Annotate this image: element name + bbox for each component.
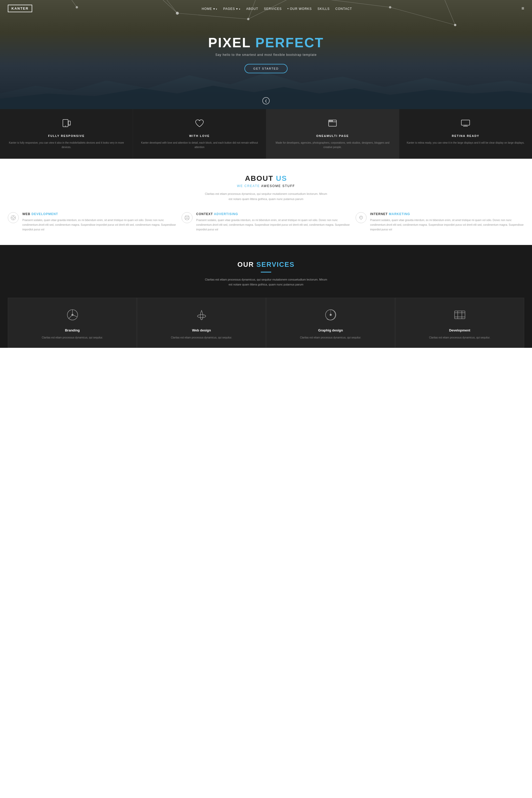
branding-title: Branding (13, 328, 131, 332)
marketing-icon (356, 212, 366, 223)
service-card-development: Development Claritas est etiam processus… (395, 298, 524, 348)
service-card-webdesign: Web design Claritas est etiam processus … (137, 298, 266, 348)
advertising-title: CONTEXT ADVERTISING (196, 212, 350, 216)
scroll-down-arrow[interactable]: ❮ (262, 97, 270, 104)
svg-point-46 (329, 120, 330, 121)
about-subtitle-part2: AWESOME STUFF (261, 184, 295, 188)
advertising-content: CONTEXT ADVERTISING Praesent sodales, qu… (196, 212, 350, 232)
nav-item-about[interactable]: ABOUT (246, 6, 258, 11)
svg-point-53 (12, 217, 14, 219)
about-features-list: WEB DEVELOPMENT Praesent sodales, quam v… (8, 212, 524, 232)
feature-title-retina: RETINA READY (405, 134, 526, 137)
marketing-content: INTERNET MARKETING Praesent sodales, qua… (370, 212, 524, 232)
services-content: OUR SERVICES Claritas est etiam processu… (8, 261, 524, 348)
svg-point-15 (454, 24, 456, 26)
services-title: OUR SERVICES (8, 261, 524, 269)
graphicdesign-title: Graphig design (271, 328, 390, 332)
nav-item-contact[interactable]: CONTACT (335, 6, 352, 11)
svg-point-12 (247, 18, 249, 20)
nav-item-services[interactable]: SERVICES (264, 6, 282, 11)
hamburger-icon[interactable]: ≡ (521, 6, 524, 11)
svg-point-66 (330, 314, 331, 316)
feature-desc-retina: Kanter is retina ready, you can view it … (405, 140, 526, 145)
branding-desc: Claritas est etiam processus dynamicus, … (13, 335, 131, 340)
about-subtitle: WE CREATE AWESOME STUFF (8, 184, 524, 188)
nav-item-home[interactable]: HOME ▾ (202, 6, 217, 11)
about-feature-web-dev: WEB DEVELOPMENT Praesent sodales, quam v… (8, 212, 176, 232)
feature-title-love: WITH LOVE (139, 134, 260, 137)
web-dev-title: WEB DEVELOPMENT (22, 212, 176, 216)
services-title-part1: OUR (238, 261, 256, 268)
services-title-part2: SERVICES (256, 261, 294, 268)
graphicdesign-desc: Claritas est etiam processus dynamicus, … (271, 335, 390, 340)
services-grid: Branding Claritas est etiam processus dy… (8, 298, 524, 348)
feature-desc-love: Kanter developed with love and attention… (139, 140, 260, 149)
feature-title-multipage: ONE&MULTI PAGE (272, 134, 393, 137)
web-dev-icon (8, 212, 19, 223)
svg-point-64 (197, 315, 206, 318)
about-feature-advertising: CONTEXT ADVERTISING Praesent sodales, qu… (182, 212, 350, 232)
hero-content: PIXEL PERFECT Say hello to the smartest … (208, 36, 324, 73)
webdesign-icon (142, 308, 261, 324)
webdesign-title: Web design (142, 328, 261, 332)
feature-item-love: WITH LOVE Kanter developed with love and… (133, 109, 266, 159)
feature-item-responsive: FULLY RESPONSIVE Kanter is fully respons… (0, 109, 133, 159)
service-card-graphicdesign: Graphig design Claritas est etiam proces… (266, 298, 395, 348)
svg-rect-40 (63, 119, 68, 127)
services-desc: Claritas est etiam processus dynamicus, … (204, 277, 328, 288)
feature-title-responsive: FULLY RESPONSIVE (6, 134, 127, 137)
development-title: Development (401, 328, 519, 332)
svg-point-63 (72, 314, 73, 316)
svg-point-59 (186, 217, 188, 219)
svg-point-48 (332, 120, 332, 121)
feature-item-retina: RETINA READY Kanter is retina ready, you… (399, 109, 532, 159)
hero-title-part1: PIXEL (208, 35, 255, 50)
services-divider (261, 272, 271, 272)
branding-icon (13, 308, 131, 324)
get-started-button[interactable]: GET STARTED (244, 64, 288, 73)
advertising-desc: Praesent sodales, quam vitae gravida int… (196, 218, 350, 232)
nav-links: HOME ▾ PAGES ▾ ABOUT SERVICES • OUR WORK… (202, 6, 352, 11)
services-section: OUR SERVICES Claritas est etiam processu… (0, 245, 532, 348)
hero-title: PIXEL PERFECT (208, 36, 324, 49)
graphicdesign-icon (271, 308, 390, 324)
nav-item-our-works[interactable]: • OUR WORKS (287, 6, 312, 11)
advertising-icon (182, 212, 192, 223)
brand-logo[interactable]: KANTER (8, 5, 32, 12)
about-title-part2: US (276, 174, 287, 182)
marketing-title: INTERNET MARKETING (370, 212, 524, 216)
development-desc: Claritas est etiam processus dynamicus, … (401, 335, 519, 340)
about-feature-marketing: INTERNET MARKETING Praesent sodales, qua… (356, 212, 524, 232)
svg-point-47 (331, 120, 331, 121)
feature-icon-retina (405, 118, 526, 131)
feature-item-multipage: ONE&MULTI PAGE Made for developers, agen… (266, 109, 399, 159)
feature-icon-love (139, 118, 260, 131)
svg-rect-67 (455, 311, 465, 319)
web-dev-content: WEB DEVELOPMENT Praesent sodales, quam v… (22, 212, 176, 232)
web-dev-desc: Praesent sodales, quam vitae gravida int… (22, 218, 176, 232)
nav-item-pages[interactable]: PAGES ▾ (223, 6, 240, 11)
feature-desc-responsive: Kanter is fully responsive, you can view… (6, 140, 127, 149)
hero-title-part2: PERFECT (255, 35, 324, 50)
hero-subtitle: Say hello to the smartest and most flexi… (208, 53, 324, 57)
about-section: ABOUT US WE CREATE AWESOME STUFF Clarita… (0, 159, 532, 245)
feature-icon-multipage (272, 118, 393, 131)
svg-rect-49 (461, 120, 470, 125)
marketing-desc: Praesent sodales, quam vitae gravida int… (370, 218, 524, 232)
feature-icon-responsive (6, 118, 127, 131)
feature-desc-multipage: Made for developers, agencies, photograp… (272, 140, 393, 149)
about-title: ABOUT US (8, 174, 524, 183)
development-icon (401, 308, 519, 324)
nav-item-skills[interactable]: SKILLS (318, 6, 330, 11)
about-desc: Claritas est etiam processus dynamicus, … (204, 191, 328, 202)
features-section: FULLY RESPONSIVE Kanter is fully respons… (0, 109, 532, 159)
about-title-part1: ABOUT (245, 174, 276, 182)
about-subtitle-part1: WE CREATE (237, 184, 261, 188)
webdesign-desc: Claritas est etiam processus dynamicus, … (142, 335, 261, 340)
navbar: KANTER HOME ▾ PAGES ▾ ABOUT SERVICES • O… (0, 0, 532, 17)
service-card-branding: Branding Claritas est etiam processus dy… (8, 298, 137, 348)
